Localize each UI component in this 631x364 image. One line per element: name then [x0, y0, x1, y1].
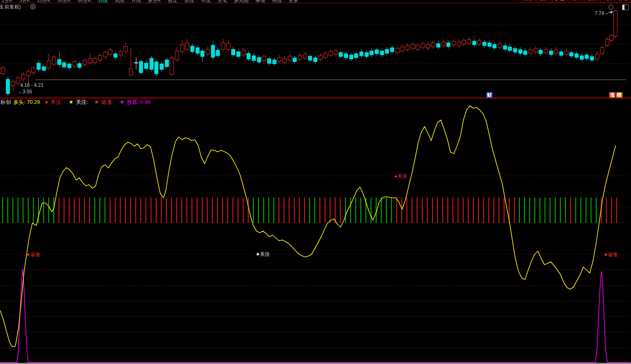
menu-item-月线[interactable]: 月线 — [131, 0, 141, 3]
candle-body-down — [349, 55, 353, 59]
candle-body-down — [354, 54, 358, 58]
candle-body-down — [313, 58, 317, 62]
toolbar-button-复权[interactable]: 复权 — [521, 0, 536, 2]
candle-body-up — [442, 42, 445, 46]
candle-body-up — [227, 44, 230, 49]
indicator-readout: 多头: 70.29 — [13, 99, 42, 105]
indicator-readout: ●关注: — [45, 99, 66, 105]
candle-body-up — [185, 43, 189, 49]
candle-body-down — [508, 47, 512, 50]
candle-body-up — [242, 50, 246, 55]
candle-body-down — [267, 59, 271, 63]
candle-body-down — [139, 61, 143, 73]
candle-body-down — [365, 53, 368, 57]
toolbar-button-多股[interactable]: 多股 — [553, 0, 567, 2]
candle-body-up — [614, 11, 617, 36]
menu-item-日线[interactable]: 日线 — [98, 0, 108, 3]
candle-body-down — [211, 45, 215, 57]
indicator-readout: ★抄底: 0.00 — [120, 99, 153, 105]
candle-body-down — [57, 59, 61, 65]
candle-body-up — [16, 78, 20, 83]
candle-body-up — [406, 46, 409, 50]
badge-涨[interactable]: 涨 — [609, 92, 616, 98]
candle-body-down — [231, 49, 235, 55]
indicator-readout-text: 抄底: 0.00 — [127, 99, 150, 105]
menu-item-多分K[interactable]: 多分K — [148, 0, 161, 3]
menu-item-1分K[interactable]: 1分K — [2, 0, 13, 3]
indicator-readout-text: 关注: — [51, 99, 64, 105]
candle-body-up — [93, 59, 97, 63]
menu-item-分笔[interactable]: 分笔 — [217, 0, 227, 3]
toolbar-button-工具[interactable]: 工具 — [600, 0, 614, 2]
candle-body-down — [144, 63, 148, 69]
candle-body-down — [488, 43, 491, 46]
candle-body-up — [606, 39, 609, 45]
candle-body-up — [283, 59, 286, 63]
adjust-mode-label[interactable]: (日线 前复权) — [0, 4, 21, 11]
candle-body-up — [288, 56, 292, 60]
candle-body-down — [237, 52, 240, 57]
badge-榜[interactable]: 榜 — [616, 92, 623, 98]
toolbar-button-画线[interactable]: 画线 — [584, 0, 599, 2]
candle-body-up — [411, 44, 415, 48]
candle-body-up — [1, 68, 5, 74]
candle-body-down — [247, 53, 250, 59]
menu-item-画线[interactable]: 画线 — [272, 0, 282, 3]
indicator-readout: ★关注: — [69, 99, 92, 105]
candle-body-up — [416, 45, 419, 49]
candle-body-down — [308, 56, 312, 60]
badge-财[interactable]: 财 — [486, 92, 493, 98]
signal-annotation-追涨: ★追涨 — [0, 251, 0, 258]
candle-body-up — [11, 82, 15, 86]
candle-body-down — [580, 56, 584, 59]
diamond-icon[interactable] — [608, 4, 614, 11]
candle-body-up — [467, 40, 471, 43]
candle-body-up — [21, 74, 25, 79]
split-panel-icon[interactable] — [622, 4, 629, 10]
menu-item-事项[interactable]: 事项 — [255, 0, 265, 3]
candle-body-down — [375, 50, 379, 54]
high-price-label: 7.74 — [595, 11, 604, 16]
candle-body-up — [108, 50, 112, 55]
candle-body-up — [73, 62, 76, 66]
candle-body-up — [88, 58, 92, 63]
candle-body-down — [273, 60, 276, 64]
indicator-line-duotou — [0, 106, 616, 347]
menu-item-15分K[interactable]: 15分K — [37, 0, 50, 3]
candle-body-up — [431, 43, 435, 46]
candle-body-down — [293, 58, 296, 62]
indicator-pane-label[interactable]: 标创 — [0, 99, 11, 105]
menu-item-多周期[interactable]: 多周期 — [234, 0, 248, 3]
candle-body-up — [462, 40, 466, 44]
candle-body-down — [519, 50, 522, 53]
menu-item-周线[interactable]: 周线 — [114, 0, 124, 3]
menu-item-季线[interactable]: 季线 — [184, 0, 194, 3]
menu-item-更多[interactable]: 更多 — [288, 0, 298, 3]
menu-item-60分K[interactable]: 60分K — [78, 0, 91, 3]
candle-body-up — [477, 40, 481, 44]
candle-body-down — [570, 53, 573, 56]
candle-body-down — [160, 64, 163, 69]
toolbar-button-叠加[interactable]: 叠加 — [537, 0, 551, 2]
candle-body-down — [165, 60, 169, 67]
menu-item-年线[interactable]: 年线 — [201, 0, 210, 3]
menu-item-5分K[interactable]: 5分K — [19, 0, 30, 3]
candle-body-down — [513, 48, 517, 52]
menu-item-自定[interactable]: 自定 — [167, 0, 177, 3]
trading-app-window: { "menu_bar": { "items": [ {"label":"1分K… — [0, 0, 631, 364]
candle-body-up — [303, 54, 307, 58]
candle-body-down — [201, 51, 204, 57]
candle-body-up — [595, 54, 599, 59]
candle-body-up — [324, 53, 327, 57]
candle-body-up — [277, 57, 281, 61]
signal-marker-icon: ★ — [94, 99, 99, 105]
toolbar-button-标记[interactable]: 标记 — [616, 0, 630, 2]
candle-body-down — [344, 54, 348, 58]
candle-body-down — [155, 62, 158, 74]
menu-item-30分K[interactable]: 30分K — [57, 0, 71, 3]
candle-body-down — [114, 54, 117, 57]
high-arrow-head — [610, 11, 613, 14]
candle-body-up — [334, 50, 338, 55]
chevron-down-icon[interactable]: ﹀ — [30, 4, 36, 10]
toolbar-button-统计[interactable]: 统计 — [568, 0, 583, 2]
